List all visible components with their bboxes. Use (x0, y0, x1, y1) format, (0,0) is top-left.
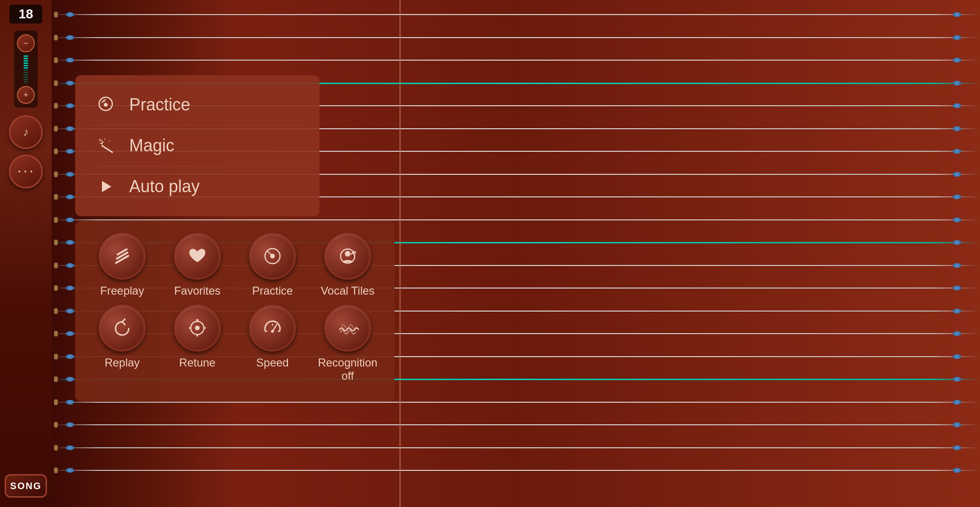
vol-bar-11 (23, 79, 28, 80)
retune-button[interactable] (174, 304, 221, 351)
counter-display: 18 (9, 5, 42, 23)
overlay-menu: Practice Magic Auto play (75, 75, 395, 401)
song-button[interactable]: SONG (5, 474, 47, 498)
peg-right-6 (953, 149, 961, 154)
string-2 (52, 60, 980, 61)
menu-item-magic[interactable]: Magic (89, 125, 305, 166)
volume-control: − + (14, 31, 38, 108)
bridge-marker-left-8 (54, 194, 58, 200)
bridge-marker-left-7 (54, 172, 58, 177)
peg-left-11 (66, 263, 74, 268)
freeplay-label: Freeplay (100, 284, 144, 297)
peg-left-16 (66, 377, 74, 382)
peg-right-11 (953, 263, 961, 268)
bridge-marker-left-10 (54, 240, 58, 245)
vol-bar-3 (23, 60, 28, 62)
svg-point-0 (104, 103, 108, 107)
svg-point-12 (195, 326, 200, 330)
grid-item-vocal-tiles[interactable]: Vocal Tiles (315, 233, 381, 297)
svg-point-2 (109, 140, 110, 142)
music-icon: ♪ (23, 125, 29, 139)
bridge-marker-left-3 (54, 80, 58, 86)
mode-select-panel: Practice Magic Auto play (75, 75, 319, 216)
svg-point-18 (271, 330, 274, 333)
vocal-tiles-label: Vocal Tiles (321, 284, 375, 297)
peg-right-1 (953, 35, 961, 40)
vol-bar-1 (23, 55, 28, 57)
peg-right-17 (953, 400, 961, 405)
bridge-marker-left-20 (54, 468, 58, 473)
peg-right-13 (953, 309, 961, 313)
bridge-marker-left-2 (54, 57, 58, 63)
volume-plus-button[interactable]: + (17, 86, 35, 104)
bridge-marker-left-11 (54, 263, 58, 268)
vol-bar-12 (23, 81, 28, 83)
bridge-marker-left-14 (54, 331, 58, 336)
menu-item-practice[interactable]: Practice (89, 85, 305, 125)
svg-point-10 (345, 251, 350, 257)
grid-item-speed[interactable]: Speed (240, 304, 305, 382)
practice-label: Practice (129, 95, 190, 115)
speed-label: Speed (256, 356, 288, 369)
peg-left-10 (66, 240, 74, 245)
vol-bar-2 (23, 58, 28, 59)
grid-item-practice[interactable]: Practice (240, 233, 305, 297)
favorites-button[interactable] (174, 233, 221, 280)
grid-item-recognition-off[interactable]: Recognition off (315, 304, 381, 382)
peg-left-4 (66, 103, 74, 108)
speed-button[interactable] (249, 304, 296, 351)
peg-right-20 (953, 468, 961, 473)
autoplay-label: Auto play (129, 177, 200, 196)
grid-item-replay[interactable]: Replay (89, 304, 155, 382)
peg-right-2 (953, 58, 961, 62)
peg-left-19 (66, 445, 74, 450)
autoplay-icon (94, 175, 117, 198)
string-0 (52, 14, 980, 15)
vocal-tiles-button[interactable] (324, 233, 371, 280)
grid-item-freeplay[interactable]: Freeplay (89, 233, 155, 297)
music-button[interactable]: ♪ (9, 115, 43, 149)
peg-left-7 (66, 172, 74, 177)
grid-item-favorites[interactable]: Favorites (164, 233, 230, 297)
bridge-marker-left-9 (54, 217, 58, 223)
vol-bar-6 (23, 67, 28, 69)
bridge-marker-left-6 (54, 148, 58, 154)
peg-left-1 (66, 35, 74, 40)
bridge-marker-left-15 (54, 354, 58, 359)
svg-point-1 (99, 139, 101, 141)
bridge-marker-left-12 (54, 285, 58, 291)
vertical-divider-1 (399, 0, 401, 507)
left-panel: 18 − + ♪ • • • SONG (0, 0, 52, 507)
vol-bar-7 (23, 70, 28, 71)
peg-left-5 (66, 126, 74, 131)
peg-right-7 (953, 172, 961, 177)
menu-item-autoplay[interactable]: Auto play (89, 166, 305, 207)
peg-left-12 (66, 286, 74, 290)
peg-right-14 (953, 331, 961, 336)
bridge-marker-left-17 (54, 399, 58, 405)
replay-label: Replay (105, 356, 140, 369)
magic-icon (94, 134, 117, 157)
peg-left-17 (66, 400, 74, 405)
freeplay-button[interactable] (99, 233, 146, 280)
peg-left-13 (66, 309, 74, 313)
retune-label: Retune (179, 356, 215, 369)
recognition-off-button[interactable] (324, 304, 371, 351)
peg-right-4 (953, 103, 961, 108)
peg-left-3 (66, 81, 74, 86)
peg-left-18 (66, 422, 74, 427)
peg-left-9 (66, 218, 74, 222)
practice-button[interactable] (249, 233, 296, 280)
volume-minus-button[interactable]: − (17, 34, 35, 52)
practice-grid-label: Practice (252, 284, 293, 297)
peg-right-10 (953, 240, 961, 245)
peg-right-8 (953, 195, 961, 199)
grid-row-1: Freeplay Favorites (89, 233, 381, 297)
bridge-marker-left-0 (54, 12, 58, 17)
peg-right-16 (953, 377, 961, 382)
grid-row-2: Replay Retune (89, 304, 381, 382)
replay-button[interactable] (99, 304, 146, 351)
bridge-marker-left-1 (54, 35, 58, 40)
grid-item-retune[interactable]: Retune (164, 304, 230, 382)
more-button[interactable]: • • • (9, 155, 43, 188)
